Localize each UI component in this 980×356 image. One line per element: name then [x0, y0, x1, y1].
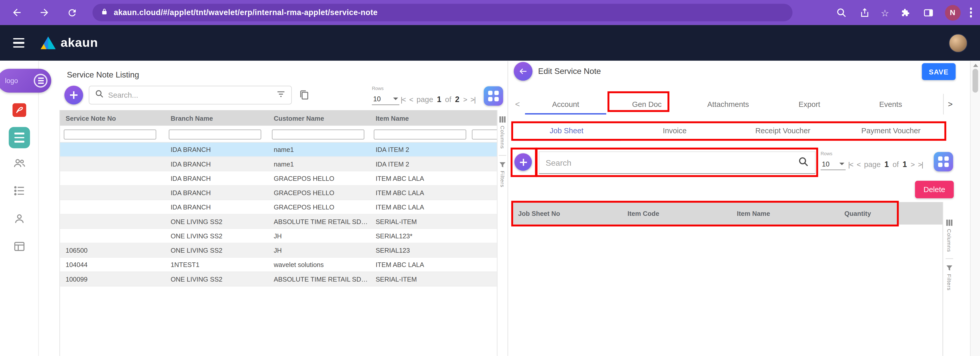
reload-icon[interactable] [65, 6, 79, 19]
tab-attachments[interactable]: Attachments [687, 94, 768, 115]
filters-side-tab[interactable]: Filters [500, 156, 506, 193]
filter-input-item-name[interactable] [374, 130, 466, 140]
filters-side-tab[interactable]: Filters [946, 259, 952, 297]
tab-account[interactable]: Account [525, 94, 606, 115]
table-row[interactable]: IDA BRANCH GRACEPOS HELLO ITEM ABC LALA [60, 200, 497, 215]
panel-divider [508, 61, 508, 356]
listing-grid-view-button[interactable] [484, 86, 503, 106]
column-header-item-name[interactable]: Item Name [370, 114, 468, 121]
editor-side-tabs: Columns Filters [942, 202, 955, 356]
table-row[interactable]: IDA BRANCH GRACEPOS HELLO ITEM ABC LALA [60, 186, 497, 200]
hamburger-menu-icon[interactable] [10, 35, 28, 51]
table-row[interactable]: 100099 ONE LIVING SS2 ABSOLUTE TIME RETA… [60, 272, 497, 286]
rows-per-page-select[interactable]: 10 [372, 93, 399, 105]
column-header-quantity[interactable]: Quantity [839, 209, 942, 217]
page-scrollbar[interactable] [970, 61, 980, 356]
tabs-scroll-right-icon[interactable]: > [943, 94, 957, 115]
rows-per-page-select[interactable]: 10 [821, 158, 846, 170]
cell: SERIAL-ITEM [370, 218, 468, 225]
filters-side-tab-label: Filters [500, 171, 506, 187]
people-icon[interactable] [0, 156, 39, 170]
column-header-customer-name[interactable]: Customer Name [268, 114, 370, 121]
service-note-table: Service Note No Branch Name Customer Nam… [59, 110, 498, 356]
filter-input-service-note-no[interactable] [64, 130, 156, 140]
next-page-icon[interactable]: > [911, 160, 914, 168]
pdf-applet-icon[interactable] [0, 103, 39, 117]
add-service-note-button[interactable] [64, 86, 83, 104]
brand-triangle-icon [41, 36, 56, 49]
rows-per-page-label: Rows [821, 151, 832, 156]
copy-view-icon[interactable] [299, 89, 310, 101]
column-header-item-name[interactable]: Item Name [731, 209, 839, 217]
forward-icon[interactable] [38, 6, 51, 19]
table-row[interactable]: ONE LIVING SS2 JH SERIAL123* [60, 229, 497, 243]
side-panel-icon[interactable] [922, 6, 935, 19]
bookmark-star-icon[interactable]: ☆ [881, 8, 889, 18]
browser-profile-avatar[interactable]: N [945, 5, 960, 20]
listing-search-input[interactable] [108, 91, 272, 99]
bulleted-list-icon[interactable] [0, 184, 39, 198]
tabs-scroll-left-icon[interactable]: < [511, 94, 524, 115]
column-header-service-note-no[interactable]: Service Note No [60, 114, 165, 121]
filter-input-branch-name[interactable] [169, 130, 261, 140]
back-icon[interactable] [10, 6, 24, 19]
first-page-icon[interactable]: |< [401, 96, 406, 103]
subtab-payment-voucher[interactable]: Payment Voucher [837, 123, 945, 139]
cell: ONE LIVING SS2 [165, 218, 268, 225]
extensions-puzzle-icon[interactable] [899, 6, 912, 19]
share-icon[interactable] [858, 6, 872, 19]
delete-button[interactable]: Delete [915, 181, 954, 198]
filter-input-extra[interactable] [472, 130, 498, 140]
table-header-row: Service Note No Branch Name Customer Nam… [60, 110, 497, 126]
browser-menu-icon[interactable] [970, 8, 972, 18]
user-avatar[interactable] [949, 34, 967, 52]
sidebar-collapse-toggle[interactable] [34, 74, 48, 88]
subtab-invoice[interactable]: Invoice [621, 123, 729, 139]
cell: IDA ITEM 2 [370, 160, 468, 168]
table-grid-icon[interactable] [0, 239, 39, 254]
plus-icon [519, 158, 527, 166]
filters-side-tab-label: Filters [946, 274, 952, 291]
add-job-sheet-button[interactable] [514, 153, 532, 171]
back-button[interactable] [514, 62, 532, 81]
table-row[interactable]: IDA BRANCH GRACEPOS HELLO ITEM ABC LALA [60, 171, 497, 186]
subtab-job-sheet[interactable]: Job Sheet [512, 123, 621, 139]
table-row[interactable]: 104044 1NTEST1 wavelet solutions ITEM AB… [60, 258, 497, 272]
table-row[interactable]: ONE LIVING SS2 ABSOLUTE TIME RETAIL SDN … [60, 215, 497, 229]
job-sheet-search-input[interactable] [546, 158, 793, 168]
save-button[interactable]: SAVE [922, 63, 956, 80]
search-icon[interactable] [835, 6, 848, 19]
tab-export[interactable]: Export [768, 94, 850, 115]
column-header-job-sheet-no[interactable]: Job Sheet No [512, 209, 622, 217]
tab-gen-doc[interactable]: Gen Doc [606, 94, 687, 115]
page-word: page [417, 95, 433, 104]
tab-events[interactable]: Events [850, 94, 931, 115]
previous-page-icon[interactable]: < [409, 96, 413, 103]
person-icon[interactable] [0, 212, 39, 226]
url-bar[interactable]: akaun.cloud/#/applet/tnt/wavelet/erp/int… [92, 4, 792, 21]
table-row[interactable]: 106500 ONE LIVING SS2 JH SERIAL123 [60, 243, 497, 257]
scroll-up-icon[interactable] [973, 64, 978, 67]
next-page-icon[interactable]: > [463, 96, 467, 103]
columns-side-tab[interactable]: Columns [500, 110, 506, 155]
scrollbar-thumb[interactable] [973, 69, 978, 93]
table-row-selected[interactable]: IDA BRANCH name1 IDA ITEM 2 [60, 143, 497, 157]
subtab-receipt-voucher[interactable]: Receipt Voucher [729, 123, 837, 139]
first-page-icon[interactable]: |< [848, 160, 853, 168]
cell: ABSOLUTE TIME RETAIL SDN B... [268, 275, 370, 283]
columns-side-tab[interactable]: Columns [946, 213, 952, 258]
lock-icon[interactable] [101, 7, 108, 18]
filter-list-icon[interactable] [276, 89, 286, 101]
plus-icon [69, 91, 78, 99]
search-icon[interactable] [798, 156, 809, 169]
columns-side-tab-label: Columns [946, 229, 952, 252]
column-header-branch-name[interactable]: Branch Name [165, 114, 268, 121]
service-note-applet-icon-active[interactable] [0, 127, 39, 148]
table-row[interactable]: IDA BRANCH name1 IDA ITEM 2 [60, 157, 497, 171]
last-page-icon[interactable]: >| [471, 96, 475, 103]
editor-grid-view-button[interactable] [934, 152, 953, 171]
last-page-icon[interactable]: >| [918, 160, 923, 168]
previous-page-icon[interactable]: < [857, 160, 860, 168]
filter-input-customer-name[interactable] [272, 130, 364, 140]
column-header-item-code[interactable]: Item Code [622, 209, 731, 217]
